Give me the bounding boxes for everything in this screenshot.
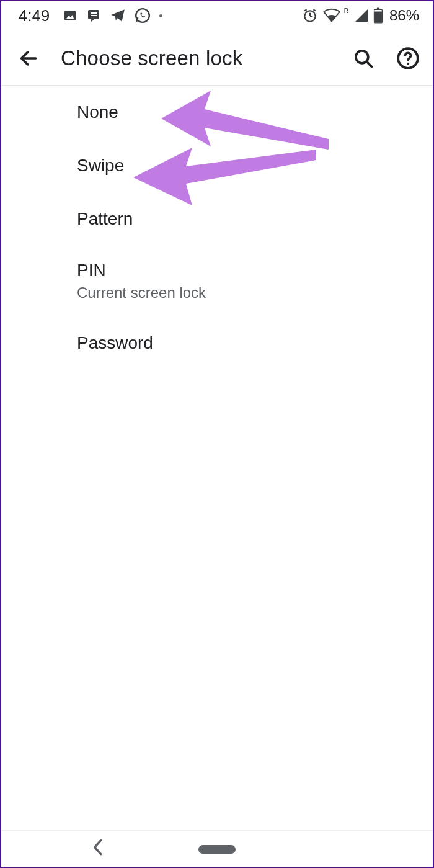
- search-icon: [353, 48, 374, 69]
- whatsapp-icon: [135, 7, 151, 24]
- page-title: Choose screen lock: [61, 47, 331, 70]
- option-pin[interactable]: PIN Current screen lock: [0, 246, 434, 316]
- search-button[interactable]: [351, 46, 376, 71]
- signal-icon: [355, 9, 368, 22]
- wifi-icon: [323, 8, 340, 23]
- svg-line-16: [367, 61, 372, 66]
- svg-line-11: [313, 9, 315, 11]
- arrow-back-icon: [18, 48, 39, 69]
- status-right: R 86%: [302, 7, 419, 24]
- image-icon: [63, 8, 78, 23]
- option-label: Swipe: [77, 156, 434, 176]
- status-left: 4:49: [19, 7, 162, 25]
- svg-point-18: [407, 62, 409, 65]
- help-icon: [396, 47, 420, 70]
- option-label: Pattern: [77, 209, 434, 229]
- svg-rect-0: [64, 11, 76, 20]
- telegram-icon: [110, 7, 126, 24]
- nav-back-button[interactable]: [92, 839, 103, 861]
- svg-line-10: [304, 9, 306, 11]
- option-sublabel: Current screen lock: [77, 284, 434, 302]
- svg-rect-13: [377, 8, 379, 10]
- message-icon: [86, 8, 101, 23]
- option-label: PIN: [77, 261, 434, 280]
- battery-percent: 86%: [389, 7, 419, 24]
- battery-icon: [373, 7, 383, 24]
- back-button[interactable]: [16, 46, 41, 71]
- status-time: 4:49: [19, 7, 50, 25]
- navigation-bar: [0, 831, 434, 868]
- option-label: None: [77, 102, 434, 122]
- option-pattern[interactable]: Pattern: [0, 192, 434, 246]
- svg-rect-2: [88, 10, 99, 19]
- wifi-roaming-label: R: [344, 7, 348, 14]
- nav-home-pill[interactable]: [198, 845, 236, 854]
- option-password[interactable]: Password: [0, 316, 434, 370]
- alarm-icon: [302, 7, 318, 24]
- toolbar: Choose screen lock: [0, 31, 434, 86]
- svg-rect-14: [374, 12, 382, 23]
- lock-options-list: None Swipe Pattern PIN Current screen lo…: [0, 86, 434, 830]
- svg-point-6: [136, 9, 149, 22]
- chevron-left-icon: [92, 839, 103, 856]
- more-notifications-dot: [159, 14, 162, 17]
- help-button[interactable]: [396, 46, 420, 71]
- svg-marker-3: [91, 19, 94, 22]
- option-label: Password: [77, 333, 434, 353]
- status-bar: 4:49 R: [0, 0, 434, 31]
- option-swipe[interactable]: Swipe: [0, 139, 434, 192]
- option-none[interactable]: None: [0, 86, 434, 139]
